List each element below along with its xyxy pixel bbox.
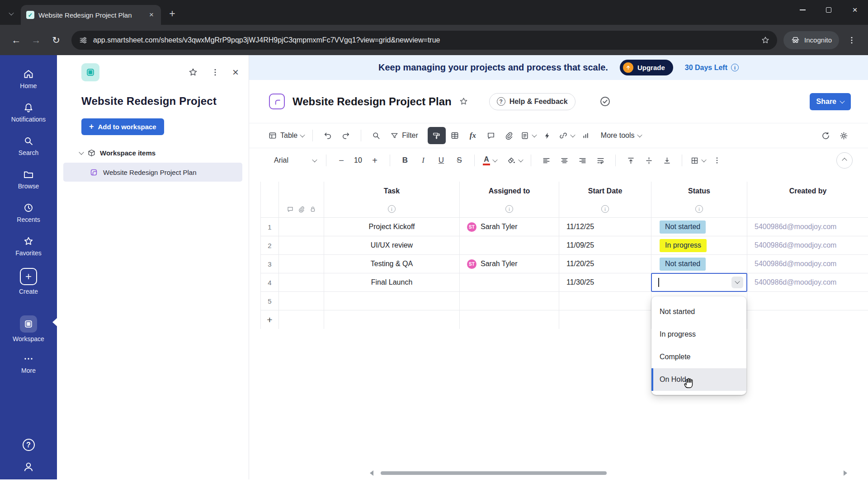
search-button[interactable] [367,127,385,144]
sidebar-item-browse[interactable]: Browse [0,163,57,196]
favorite-star-icon[interactable] [459,97,468,106]
attachment-button[interactable] [500,127,518,144]
assigned-to-cell[interactable]: ST Sarah Tyler [460,218,559,236]
workspace-items-section[interactable]: Workspace items [80,149,249,157]
sidebar-item-create[interactable]: + Create [0,263,57,300]
scroll-right-icon[interactable] [844,470,847,476]
panel-close-icon[interactable]: × [232,66,239,79]
browser-menu-icon[interactable] [843,31,861,49]
site-settings-icon[interactable] [79,36,88,45]
paint-format-button[interactable] [428,127,446,144]
lock-icon[interactable] [309,206,316,213]
start-date-cell[interactable]: 11/30/25 [559,273,651,291]
browser-tab[interactable]: ✓ Website Redesign Project Plan × [21,5,161,25]
document-menu-button[interactable] [518,127,538,144]
align-center-button[interactable] [555,152,573,169]
dropdown-option-not-started[interactable]: Not started [651,300,746,323]
created-by-cell[interactable]: 5400986d@moodjoy.com [747,218,868,236]
font-size-value[interactable]: 10 [350,156,366,164]
start-date-cell[interactable]: 11/12/25 [559,218,651,236]
borders-button[interactable] [688,152,708,169]
column-header-task[interactable]: Task [324,182,460,201]
chart-button[interactable] [577,127,595,144]
sidebar-item-notifications[interactable]: Notifications [0,96,57,129]
panel-menu-icon[interactable] [211,68,220,77]
sidebar-item-search[interactable]: Search [0,129,57,163]
task-cell[interactable] [324,292,460,310]
font-size-increase-button[interactable]: + [366,152,384,169]
fill-color-button[interactable] [505,152,525,169]
info-icon[interactable]: i [695,205,703,213]
dropdown-option-complete[interactable]: Complete [651,346,746,368]
filter-button[interactable]: Filter [388,127,420,144]
tab-search-button[interactable] [5,7,18,20]
status-cell-editing[interactable] [651,273,747,291]
created-by-cell[interactable] [747,292,868,310]
share-button[interactable]: Share [810,93,851,110]
bookmark-star-icon[interactable] [761,36,770,45]
cell-format-button[interactable] [446,127,464,144]
row-number[interactable]: 2 [261,236,279,254]
collapse-toolbar-button[interactable] [836,152,853,169]
assigned-to-cell[interactable] [460,273,559,291]
forward-button[interactable]: → [27,31,45,49]
text-color-button[interactable]: A [481,152,499,169]
sidebar-item-favorites[interactable]: Favorites [0,230,57,263]
window-minimize-button[interactable] [789,0,816,20]
more-tools-button[interactable]: More tools [599,127,644,144]
address-bar[interactable]: app.smartsheet.com/sheets/v3qwxMgRrP9pqp… [71,31,777,50]
status-dropdown-toggle-button[interactable] [731,277,743,288]
vertical-align-middle-button[interactable] [640,152,658,169]
strikethrough-button[interactable]: S [450,152,468,169]
sidebar-item-home[interactable]: Home [0,62,57,96]
reload-button[interactable]: ↻ [47,31,65,49]
underline-button[interactable]: U [432,152,450,169]
info-icon[interactable]: i [505,205,513,213]
task-cell[interactable]: Final Launch [324,273,460,291]
dropdown-option-on-hold[interactable]: On Hold [651,368,746,391]
column-header-status[interactable]: Status [651,182,747,201]
add-row-button[interactable]: + [267,314,272,325]
text-wrap-button[interactable] [591,152,609,169]
start-date-cell[interactable]: 11/09/25 [559,236,651,254]
favorite-star-icon[interactable] [188,67,198,77]
tab-close-icon[interactable]: × [146,10,156,20]
scroll-left-icon[interactable] [370,470,373,476]
created-by-cell[interactable]: 5400986d@moodjoy.com [747,255,868,273]
account-icon[interactable] [23,461,34,473]
assigned-to-cell[interactable]: ST Sarah Tyler [460,255,559,273]
task-cell[interactable]: Project Kickoff [324,218,460,236]
paperclip-icon[interactable] [298,206,305,213]
column-header-created-by[interactable]: Created by [747,182,868,201]
formula-button[interactable]: fx [464,127,482,144]
align-right-button[interactable] [573,152,591,169]
created-by-cell[interactable]: 5400986d@moodjoy.com [747,236,868,254]
row-number[interactable]: 3 [261,255,279,273]
start-date-cell[interactable]: 11/20/25 [559,255,651,273]
task-cell[interactable]: Testing & QA [324,255,460,273]
info-icon[interactable]: i [731,64,739,71]
link-menu-button[interactable] [557,127,577,144]
start-date-cell[interactable] [559,292,651,310]
undo-button[interactable] [319,127,337,144]
back-button[interactable]: ← [7,31,25,49]
assigned-to-cell[interactable] [460,292,559,310]
italic-button[interactable]: I [414,152,432,169]
view-switcher-table-button[interactable]: Table [266,127,307,144]
status-cell[interactable]: In progress [651,236,747,254]
scrollbar-track[interactable] [377,470,840,476]
help-feedback-button[interactable]: ? Help & Feedback [489,93,576,110]
workspace-item-sheet[interactable]: Website Redesign Project Plan [63,163,242,182]
add-to-workspace-button[interactable]: + Add to workspace [81,118,164,135]
more-format-options-icon[interactable] [708,152,726,169]
info-icon[interactable]: i [388,205,396,213]
sidebar-item-workspace[interactable]: Workspace [0,311,57,347]
history-button[interactable] [816,127,835,144]
sidebar-item-recents[interactable]: Recents [0,196,57,230]
upgrade-button[interactable]: Upgrade [620,60,673,75]
column-header-assigned-to[interactable]: Assigned to [460,182,559,201]
sidebar-item-more[interactable]: More [0,347,57,380]
automation-button[interactable] [538,127,557,144]
horizontal-scrollbar[interactable] [370,470,847,476]
window-maximize-button[interactable] [816,0,842,20]
